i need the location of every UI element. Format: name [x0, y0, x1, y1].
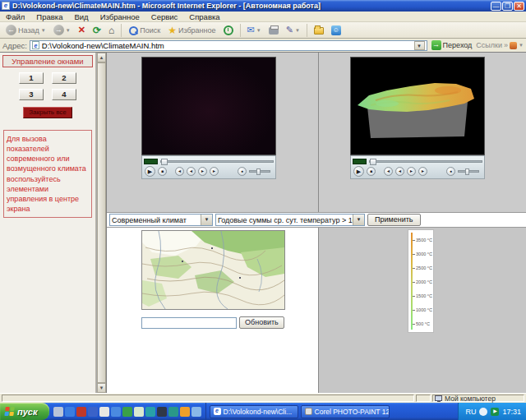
scroll-down-icon[interactable]: ▼	[97, 383, 106, 393]
links-label: Ссылки	[476, 41, 502, 49]
seek-bar[interactable]	[369, 160, 482, 163]
go-button[interactable]: → Переход	[430, 40, 474, 50]
back-button[interactable]: ← Назад ▼	[3, 24, 48, 36]
window-2-button[interactable]: 2	[52, 72, 76, 84]
fast-forward-button[interactable]: ►	[407, 167, 416, 176]
volume-thumb[interactable]	[256, 168, 261, 175]
window-3-button[interactable]: 3	[19, 89, 44, 100]
forward-dropdown-icon[interactable]: ▼	[66, 28, 71, 33]
sidebar-scrollbar[interactable]: ▲ ▼	[96, 53, 106, 393]
climate-select[interactable]: Современный климат ▼	[109, 214, 213, 226]
seek-thumb[interactable]	[161, 159, 168, 165]
folders-button[interactable]	[311, 25, 326, 35]
window-4-button[interactable]: 4	[52, 89, 76, 100]
stop-button[interactable]: ✕	[76, 24, 88, 36]
minimize-button[interactable]: —	[491, 2, 501, 11]
address-input[interactable]: e D:\Volokond-new\ClimateMAIN.htm ▼	[30, 40, 427, 51]
forward-button[interactable]: → ▼	[51, 24, 73, 36]
skip-forward-button[interactable]: ►	[210, 167, 219, 176]
edit-dropdown-icon[interactable]: ▼	[295, 28, 300, 33]
skip-forward-button[interactable]: ►	[418, 167, 427, 176]
menu-tools[interactable]: Сервис	[145, 12, 184, 21]
quicklaunch-icon[interactable]	[157, 407, 167, 417]
legend-ticks: 3500 °C 3000 °C 2500 °C 2000 °C 1500 °C …	[413, 233, 432, 330]
refresh-icon: ⟳	[93, 25, 101, 36]
tray-icon[interactable]	[479, 408, 487, 416]
fast-forward-button[interactable]: ►	[198, 167, 207, 176]
map-query-input[interactable]	[141, 317, 237, 329]
search-button[interactable]: Поиск	[126, 25, 163, 36]
menu-view[interactable]: Вид	[68, 12, 94, 21]
legend-tick: 1000 °C	[413, 307, 432, 312]
skip-back-button[interactable]: ◄	[384, 167, 393, 176]
maximize-button[interactable]: ❐	[502, 2, 513, 11]
clock: 17:31	[502, 408, 521, 416]
media-tray-icon[interactable]: ▶	[491, 408, 499, 416]
play-button[interactable]: ▶	[353, 166, 364, 177]
window-1-button[interactable]: 1	[19, 72, 44, 84]
chevron-down-icon[interactable]: ▼	[353, 215, 364, 225]
mute-button[interactable]: ●	[238, 167, 247, 176]
quicklaunch-icon[interactable]	[99, 407, 109, 417]
close-button[interactable]: ✕	[514, 2, 524, 11]
quicklaunch-icon[interactable]	[145, 407, 155, 417]
task-corel-window[interactable]: Corel PHOTO-PAINT 12	[301, 405, 390, 418]
address-dropdown-icon[interactable]: ▼	[414, 41, 425, 50]
close-all-button[interactable]: Закрыть все	[23, 107, 72, 118]
stop-playback-button[interactable]: ■	[158, 167, 167, 176]
stop-playback-button[interactable]: ■	[367, 167, 376, 176]
rewind-button[interactable]: ◄	[395, 167, 404, 176]
play-button[interactable]: ▶	[145, 166, 155, 177]
volume-slider[interactable]	[458, 170, 479, 173]
task-ie-window[interactable]: e D:\Volokond-new\Cli...	[210, 405, 298, 418]
start-button[interactable]: пуск	[0, 403, 49, 420]
quicklaunch-icon[interactable]	[88, 407, 98, 417]
system-tray: RU ▶ 17:31	[458, 403, 526, 420]
mute-button[interactable]: ●	[446, 167, 455, 176]
menu-help[interactable]: Справка	[183, 12, 225, 21]
chevron-down-icon[interactable]: ▼	[201, 215, 212, 225]
quicklaunch-icon[interactable]	[65, 407, 75, 417]
rewind-button[interactable]: ◄	[187, 167, 196, 176]
sidebar-note: Для вызова показателей современного или …	[3, 130, 92, 218]
quicklaunch-icon[interactable]	[76, 407, 86, 417]
language-indicator[interactable]: RU	[465, 408, 476, 416]
volume-slider[interactable]	[249, 170, 270, 173]
indicator-select[interactable]: Годовые суммы ср. сут. температур > 10 г…	[215, 214, 365, 226]
volume-thumb[interactable]	[465, 168, 469, 175]
quicklaunch-icon[interactable]	[180, 407, 190, 417]
seek-thumb[interactable]	[370, 159, 376, 165]
seek-bar[interactable]	[160, 160, 274, 163]
scroll-up-icon[interactable]: ▲	[97, 53, 106, 62]
messenger-button[interactable]: ☺	[329, 25, 344, 36]
quicklaunch-icon[interactable]	[111, 407, 121, 417]
back-dropdown-icon[interactable]: ▼	[41, 28, 46, 33]
skip-back-button[interactable]: ◄	[175, 167, 184, 176]
links-chevron-icon[interactable]: »	[504, 41, 508, 49]
links-dropdown-icon[interactable]: ▼	[519, 43, 524, 48]
refresh-button[interactable]: ⟳	[90, 24, 104, 37]
links-bar[interactable]: Ссылки » ▼	[476, 41, 524, 49]
mail-dropdown-icon[interactable]: ▼	[256, 28, 261, 33]
menu-favorites[interactable]: Избранное	[95, 12, 145, 21]
refresh-map-button[interactable]: Обновить	[239, 316, 284, 329]
quicklaunch-icon[interactable]	[134, 407, 144, 417]
address-label: Адрес:	[2, 41, 27, 50]
quicklaunch-icon[interactable]	[191, 407, 201, 417]
topographic-map[interactable]	[141, 230, 285, 310]
print-button[interactable]	[266, 25, 281, 35]
scrollbar-thumb[interactable]	[97, 62, 106, 383]
apply-button[interactable]: Применить	[367, 214, 421, 226]
history-button[interactable]	[221, 25, 236, 36]
mail-button[interactable]: ✉ ▼	[245, 24, 264, 36]
menu-file[interactable]: Файл	[0, 12, 30, 21]
video-terrain-3d[interactable]	[350, 57, 485, 155]
edit-button[interactable]: ✎ ▼	[284, 24, 302, 36]
quicklaunch-icon[interactable]	[168, 407, 178, 417]
video-current-climate[interactable]	[141, 57, 276, 155]
favorites-button[interactable]: ★ Избранное	[165, 24, 218, 37]
quicklaunch-icon[interactable]	[122, 407, 132, 417]
menu-edit[interactable]: Правка	[30, 12, 68, 21]
home-button[interactable]: ⌂	[106, 24, 117, 37]
quicklaunch-icon[interactable]	[53, 407, 63, 417]
